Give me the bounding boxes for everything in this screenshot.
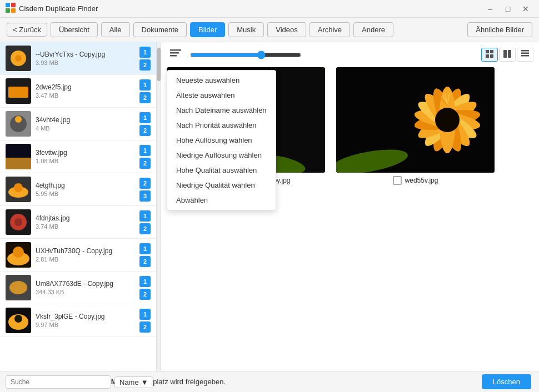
- svg-rect-35: [503, 50, 507, 58]
- list-item[interactable]: 3fevttw.jpg 1.08 MB 1 2: [0, 140, 156, 173]
- file-badges: 1 2: [139, 112, 151, 136]
- sort-dropdown[interactable]: Name ▼: [114, 376, 153, 388]
- minimize-button[interactable]: –: [482, 1, 498, 17]
- file-info: UXHvTuh730Q - Copy.jpg 2.81 MB: [31, 247, 139, 263]
- svg-rect-32: [490, 50, 493, 53]
- svg-rect-1: [11, 3, 16, 7]
- maximize-button[interactable]: □: [500, 1, 516, 17]
- app-icon: [6, 3, 16, 14]
- file-badges: 1 2: [139, 243, 151, 267]
- file-size: 4 MB: [36, 125, 135, 132]
- list-item[interactable]: --UBvrYcTxs - Copy.jpg 3.93 MB 1 2: [0, 42, 156, 75]
- image-card-2: wed55v.jpg: [336, 67, 495, 185]
- badge-1: 1: [139, 79, 151, 91]
- thumbnail: [6, 209, 31, 235]
- sort-icon-button[interactable]: [167, 48, 184, 62]
- back-button[interactable]: < Zurück: [7, 23, 47, 37]
- content-area: ✓ UXHvTuh730Q - Copy.jpg: [161, 42, 539, 371]
- list-item[interactable]: VksIr_3plGE - Copy.jpg 9.97 MB 1 2: [0, 304, 156, 337]
- list-item[interactable]: Um8AX7763dE - Copy.jpg 344.33 KB 1 2: [0, 272, 156, 304]
- delete-button[interactable]: Löschen: [482, 374, 531, 389]
- svg-rect-8: [8, 87, 28, 98]
- file-name: 4fdnjtas.jpg: [36, 214, 135, 222]
- file-size: 3.93 MB: [36, 59, 135, 66]
- list-item[interactable]: UXHvTuh730Q - Copy.jpg 2.81 MB 1 2: [0, 239, 156, 272]
- sort-label: Name: [119, 378, 139, 386]
- svg-point-16: [14, 183, 23, 192]
- badge-1: 1: [139, 210, 151, 222]
- tab-andere[interactable]: Andere: [353, 22, 393, 37]
- view-grid-button[interactable]: [481, 48, 498, 62]
- badge-2: 2: [139, 92, 151, 103]
- file-name: VksIr_3plGE - Copy.jpg: [36, 313, 135, 320]
- badge-1: 1: [139, 47, 151, 58]
- badge-2: 2: [139, 125, 151, 136]
- menu-item-oldest[interactable]: Älteste auswählen: [167, 88, 276, 103]
- main-area: --UBvrYcTxs - Copy.jpg 3.93 MB 1 2 2dwe2…: [0, 42, 539, 371]
- list-item[interactable]: 2dwe2f5.jpg 3.47 MB 1 2: [0, 75, 156, 108]
- similar-images-button[interactable]: Ähnliche Bilder: [467, 22, 532, 37]
- thumbnail: [6, 46, 31, 71]
- view-split-button[interactable]: [499, 48, 516, 62]
- svg-rect-2: [6, 8, 10, 13]
- menu-item-filename[interactable]: Nach Dateiname auswählen: [167, 103, 276, 118]
- tab-bilder[interactable]: Bilder: [190, 22, 225, 37]
- list-item[interactable]: 4etgfh.jpg 5.95 MB 2 3: [0, 173, 156, 206]
- view-list-button[interactable]: [517, 48, 533, 62]
- close-button[interactable]: ✕: [518, 1, 533, 17]
- menu-item-high-quality[interactable]: Hohe Qualität auswählen: [167, 163, 276, 178]
- file-size: 2.81 MB: [36, 256, 135, 263]
- file-info: 4fdnjtas.jpg 3.74 MB: [31, 214, 139, 230]
- tab-ubersicht[interactable]: Übersicht: [51, 22, 98, 37]
- badge-2: 2: [139, 289, 151, 300]
- tab-musik[interactable]: Musik: [228, 22, 264, 37]
- badge-2: 2: [139, 256, 151, 267]
- badge-1: 1: [139, 112, 151, 123]
- sidebar-wrapper: --UBvrYcTxs - Copy.jpg 3.93 MB 1 2 2dwe2…: [0, 42, 161, 371]
- tab-dokumente[interactable]: Dokumente: [133, 22, 187, 37]
- scrollbar-track[interactable]: [156, 42, 161, 371]
- svg-rect-3: [11, 8, 16, 13]
- menu-item-newest[interactable]: Neueste auswählen: [167, 73, 276, 88]
- scrollbar-thumb[interactable]: [157, 48, 161, 81]
- view-buttons: [481, 48, 533, 62]
- tab-archive[interactable]: Archive: [310, 22, 350, 37]
- svg-point-11: [15, 116, 22, 123]
- file-info: 3fevttw.jpg 1.08 MB: [31, 149, 139, 164]
- svg-point-75: [435, 108, 460, 132]
- file-name: UXHvTuh730Q - Copy.jpg: [36, 247, 135, 255]
- thumbnail: [6, 144, 31, 169]
- content-toolbar: [167, 48, 533, 62]
- file-info: 2dwe2f5.jpg 3.47 MB: [31, 83, 139, 99]
- menu-item-low-quality[interactable]: Niedrige Qualität wählen: [167, 178, 276, 193]
- search-input[interactable]: [6, 375, 111, 389]
- tab-videos[interactable]: Videos: [267, 22, 306, 37]
- menu-item-priority[interactable]: Nach Priorität auswählen: [167, 118, 276, 133]
- svg-rect-31: [486, 50, 489, 53]
- file-badges: 1 2: [139, 276, 151, 300]
- thumbnail: [6, 242, 31, 268]
- file-badges: 1 2: [139, 79, 151, 103]
- file-info: 34vht4e.jpg 4 MB: [31, 116, 139, 132]
- file-size: 5.95 MB: [36, 190, 135, 197]
- thumbnail: [6, 177, 31, 202]
- menu-item-low-res[interactable]: Niedrige Auflösung wählen: [167, 148, 276, 163]
- slider-container: [190, 51, 476, 59]
- badge-2: 3: [139, 190, 151, 202]
- image-preview-2: [336, 67, 495, 173]
- titlebar: Cisdem Duplicate Finder – □ ✕: [0, 0, 539, 18]
- svg-rect-34: [490, 54, 493, 58]
- menu-item-high-res[interactable]: Hohe Auflösung wählen: [167, 133, 276, 148]
- tab-alle[interactable]: Alle: [101, 22, 130, 37]
- list-item[interactable]: 4fdnjtas.jpg 3.74 MB 1 2: [0, 206, 156, 239]
- svg-rect-39: [521, 55, 529, 57]
- svg-rect-28: [170, 49, 181, 51]
- search-sort-bar: Name ▼: [6, 375, 153, 389]
- zoom-slider[interactable]: [190, 51, 301, 59]
- file-info: --UBvrYcTxs - Copy.jpg 3.93 MB: [31, 51, 139, 66]
- menu-item-deselect[interactable]: Abwählen: [167, 193, 276, 208]
- image-label-2: wed55v.jpg: [393, 176, 438, 185]
- svg-rect-38: [521, 53, 529, 54]
- list-item[interactable]: 34vht4e.jpg 4 MB 1 2: [0, 108, 156, 140]
- image-checkbox-2[interactable]: [393, 176, 402, 185]
